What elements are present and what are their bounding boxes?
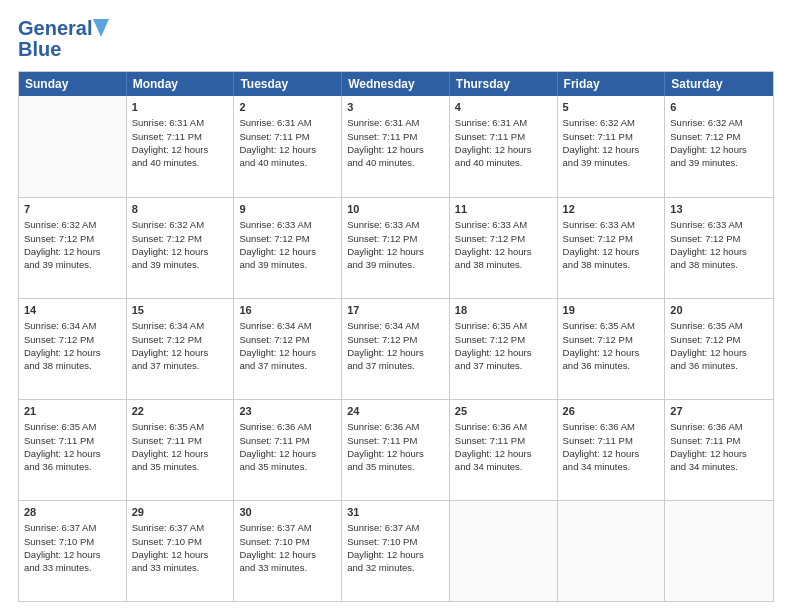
day-info: Daylight: 12 hours (455, 447, 552, 460)
table-row: 13Sunrise: 6:33 AMSunset: 7:12 PMDayligh… (665, 198, 773, 298)
day-info: Daylight: 12 hours (347, 346, 444, 359)
day-number: 14 (24, 303, 121, 318)
day-info: Sunrise: 6:35 AM (132, 420, 229, 433)
day-info: Sunset: 7:10 PM (239, 535, 336, 548)
day-info: and 39 minutes. (24, 258, 121, 271)
day-info: Sunset: 7:12 PM (670, 232, 768, 245)
table-row: 18Sunrise: 6:35 AMSunset: 7:12 PMDayligh… (450, 299, 558, 399)
day-info: and 35 minutes. (347, 460, 444, 473)
table-row: 5Sunrise: 6:32 AMSunset: 7:11 PMDaylight… (558, 96, 666, 197)
day-info: Sunrise: 6:32 AM (24, 218, 121, 231)
table-row: 10Sunrise: 6:33 AMSunset: 7:12 PMDayligh… (342, 198, 450, 298)
day-info: Sunrise: 6:33 AM (239, 218, 336, 231)
day-info: Daylight: 12 hours (347, 447, 444, 460)
calendar-row: 21Sunrise: 6:35 AMSunset: 7:11 PMDayligh… (19, 399, 773, 500)
day-info: Sunset: 7:12 PM (239, 232, 336, 245)
day-info: Daylight: 12 hours (670, 143, 768, 156)
day-number: 15 (132, 303, 229, 318)
day-info: Sunrise: 6:32 AM (132, 218, 229, 231)
day-info: and 39 minutes. (563, 156, 660, 169)
day-info: Sunset: 7:12 PM (132, 333, 229, 346)
table-row (450, 501, 558, 601)
header-thursday: Thursday (450, 72, 558, 96)
day-info: Sunset: 7:11 PM (24, 434, 121, 447)
day-info: and 33 minutes. (24, 561, 121, 574)
calendar-row: 1Sunrise: 6:31 AMSunset: 7:11 PMDaylight… (19, 96, 773, 197)
day-info: Sunset: 7:10 PM (24, 535, 121, 548)
table-row: 4Sunrise: 6:31 AMSunset: 7:11 PMDaylight… (450, 96, 558, 197)
day-info: Daylight: 12 hours (24, 346, 121, 359)
day-info: and 37 minutes. (455, 359, 552, 372)
day-info: Sunset: 7:12 PM (132, 232, 229, 245)
header-friday: Friday (558, 72, 666, 96)
day-info: Daylight: 12 hours (563, 245, 660, 258)
header: General Blue (18, 18, 774, 61)
calendar-body: 1Sunrise: 6:31 AMSunset: 7:11 PMDaylight… (19, 96, 773, 601)
table-row (665, 501, 773, 601)
day-info: and 34 minutes. (455, 460, 552, 473)
day-info: Sunrise: 6:35 AM (670, 319, 768, 332)
day-info: Daylight: 12 hours (455, 346, 552, 359)
day-info: Sunrise: 6:33 AM (455, 218, 552, 231)
day-number: 8 (132, 202, 229, 217)
day-info: Sunset: 7:10 PM (132, 535, 229, 548)
day-info: Daylight: 12 hours (132, 245, 229, 258)
day-info: Sunrise: 6:33 AM (670, 218, 768, 231)
header-saturday: Saturday (665, 72, 773, 96)
day-number: 20 (670, 303, 768, 318)
day-info: Sunrise: 6:31 AM (347, 116, 444, 129)
table-row: 6Sunrise: 6:32 AMSunset: 7:12 PMDaylight… (665, 96, 773, 197)
header-wednesday: Wednesday (342, 72, 450, 96)
day-info: and 32 minutes. (347, 561, 444, 574)
table-row: 2Sunrise: 6:31 AMSunset: 7:11 PMDaylight… (234, 96, 342, 197)
table-row: 9Sunrise: 6:33 AMSunset: 7:12 PMDaylight… (234, 198, 342, 298)
day-number: 28 (24, 505, 121, 520)
table-row: 31Sunrise: 6:37 AMSunset: 7:10 PMDayligh… (342, 501, 450, 601)
day-number: 24 (347, 404, 444, 419)
day-info: and 39 minutes. (670, 156, 768, 169)
table-row: 21Sunrise: 6:35 AMSunset: 7:11 PMDayligh… (19, 400, 127, 500)
header-sunday: Sunday (19, 72, 127, 96)
day-info: Daylight: 12 hours (563, 143, 660, 156)
day-info: and 38 minutes. (670, 258, 768, 271)
day-number: 13 (670, 202, 768, 217)
day-number: 6 (670, 100, 768, 115)
day-info: Daylight: 12 hours (239, 447, 336, 460)
day-info: Sunset: 7:12 PM (455, 232, 552, 245)
day-info: and 37 minutes. (239, 359, 336, 372)
table-row: 8Sunrise: 6:32 AMSunset: 7:12 PMDaylight… (127, 198, 235, 298)
day-info: and 39 minutes. (347, 258, 444, 271)
table-row: 28Sunrise: 6:37 AMSunset: 7:10 PMDayligh… (19, 501, 127, 601)
day-info: Sunrise: 6:32 AM (563, 116, 660, 129)
day-info: Sunrise: 6:37 AM (347, 521, 444, 534)
day-info: Sunset: 7:11 PM (239, 434, 336, 447)
day-info: Sunset: 7:11 PM (132, 434, 229, 447)
day-number: 23 (239, 404, 336, 419)
day-number: 17 (347, 303, 444, 318)
day-info: Sunset: 7:11 PM (563, 130, 660, 143)
day-info: Sunset: 7:11 PM (347, 130, 444, 143)
day-info: Sunrise: 6:36 AM (670, 420, 768, 433)
day-info: and 37 minutes. (347, 359, 444, 372)
day-info: Daylight: 12 hours (24, 245, 121, 258)
table-row: 24Sunrise: 6:36 AMSunset: 7:11 PMDayligh… (342, 400, 450, 500)
day-info: Sunrise: 6:35 AM (24, 420, 121, 433)
day-info: Daylight: 12 hours (132, 346, 229, 359)
day-number: 26 (563, 404, 660, 419)
day-info: Sunset: 7:12 PM (670, 130, 768, 143)
day-info: Sunset: 7:12 PM (670, 333, 768, 346)
day-info: Sunset: 7:11 PM (455, 434, 552, 447)
calendar-row: 14Sunrise: 6:34 AMSunset: 7:12 PMDayligh… (19, 298, 773, 399)
day-info: Daylight: 12 hours (670, 346, 768, 359)
day-info: and 36 minutes. (670, 359, 768, 372)
day-info: and 34 minutes. (563, 460, 660, 473)
day-info: and 37 minutes. (132, 359, 229, 372)
calendar-row: 7Sunrise: 6:32 AMSunset: 7:12 PMDaylight… (19, 197, 773, 298)
day-info: Sunrise: 6:33 AM (563, 218, 660, 231)
day-number: 18 (455, 303, 552, 318)
calendar: Sunday Monday Tuesday Wednesday Thursday… (18, 71, 774, 602)
table-row: 16Sunrise: 6:34 AMSunset: 7:12 PMDayligh… (234, 299, 342, 399)
table-row (558, 501, 666, 601)
day-info: Daylight: 12 hours (24, 548, 121, 561)
day-info: Daylight: 12 hours (132, 447, 229, 460)
